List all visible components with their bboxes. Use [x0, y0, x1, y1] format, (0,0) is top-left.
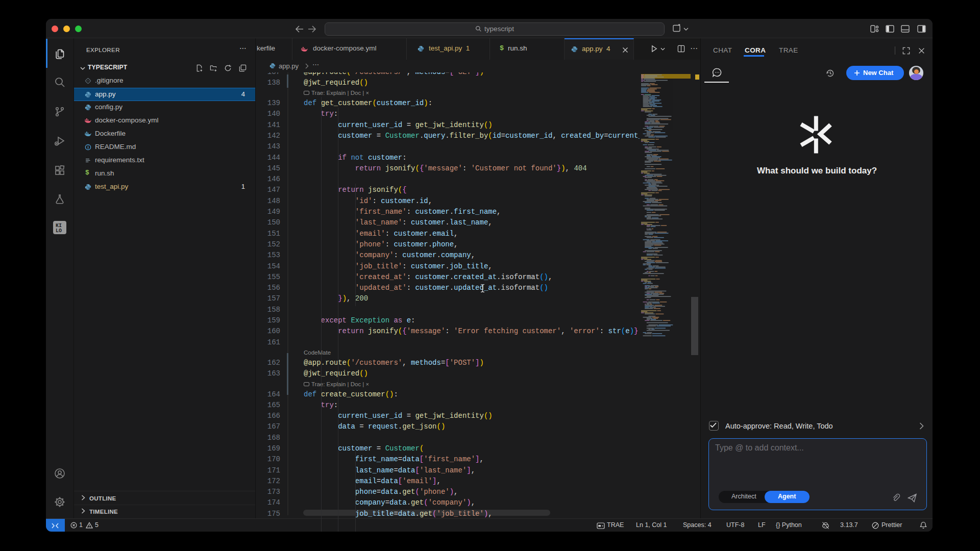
svg-text:LO: LO	[56, 228, 62, 234]
